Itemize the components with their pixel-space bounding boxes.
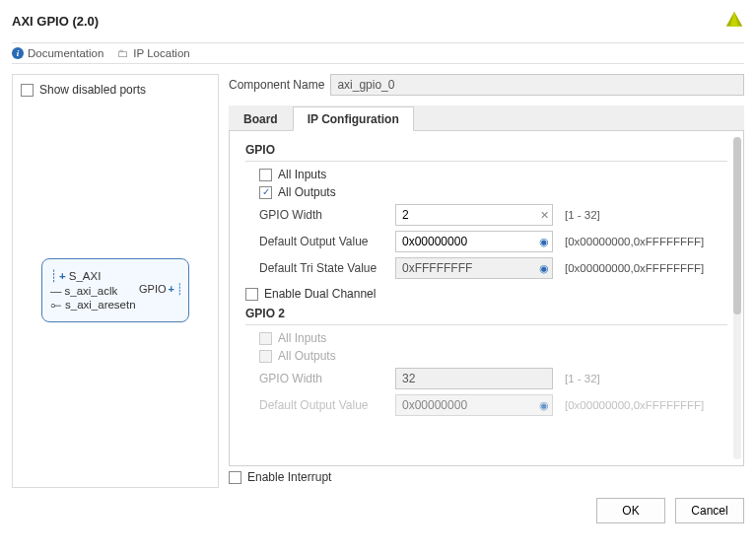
gpio1-width-label: GPIO Width (259, 208, 387, 222)
checkbox-disabled-icon (259, 350, 272, 363)
gpio1-dout-input[interactable] (395, 231, 553, 252)
enable-dual-channel-label: Enable Dual Channel (264, 287, 376, 301)
gpio2-all-outputs-checkbox: All Outputs (259, 349, 727, 363)
preview-pane: Show disabled ports ┊+S_AXI —s_axi_aclk … (12, 74, 219, 488)
divider (245, 161, 727, 162)
bus-icon: ┊ (50, 269, 56, 283)
gpio2-all-outputs-label: All Outputs (278, 349, 336, 363)
vertical-scrollbar[interactable] (733, 137, 741, 459)
checkbox-icon (245, 288, 258, 301)
gpio1-all-outputs-label: All Outputs (278, 185, 336, 199)
gpio1-all-inputs-label: All Inputs (278, 168, 326, 181)
ip-location-link[interactable]: 🗀 IP Location (117, 47, 189, 59)
gpio1-dout-hint: [0x00000000,0xFFFFFFFF] (565, 236, 704, 247)
gpio2-width-input (395, 368, 553, 389)
documentation-link[interactable]: i Documentation (12, 47, 103, 59)
bus-icon: ┊ (176, 283, 182, 296)
vendor-logo-icon (724, 10, 744, 33)
gpio2-all-inputs-label: All Inputs (278, 331, 326, 345)
gpio2-width-hint: [1 - 32] (565, 373, 600, 384)
toolbar: i Documentation 🗀 IP Location (12, 42, 744, 64)
tab-board[interactable]: Board (229, 106, 293, 131)
cancel-button[interactable]: Cancel (675, 498, 744, 523)
scrollbar-thumb[interactable] (733, 137, 741, 314)
component-name-label: Component Name (229, 78, 324, 92)
gpio2-dout-hint: [0x00000000,0xFFFFFFFF] (565, 399, 704, 411)
tabs: Board IP Configuration (229, 105, 744, 131)
component-name-input[interactable] (330, 74, 744, 96)
gpio2-group-title: GPIO 2 (245, 307, 727, 320)
show-disabled-ports-checkbox[interactable]: Show disabled ports (21, 83, 210, 97)
gpio2-width-label: GPIO Width (259, 372, 387, 385)
pin-reset-icon: ⟜ (50, 299, 62, 312)
port-s-axi: S_AXI (69, 270, 102, 282)
port-s-axi-aclk: s_axi_aclk (65, 285, 118, 297)
enable-interrupt-checkbox[interactable]: Enable Interrupt (229, 470, 331, 484)
gpio1-tri-label: Default Tri State Value (259, 261, 387, 275)
expand-icon: + (59, 270, 66, 282)
enable-dual-channel-checkbox[interactable]: Enable Dual Channel (245, 287, 727, 301)
gpio2-all-inputs-checkbox: All Inputs (259, 331, 727, 345)
ip-block-diagram: ┊+S_AXI —s_axi_aclk ⟜s_axi_aresetn GPIO+… (41, 258, 189, 322)
expand-icon: + (169, 283, 174, 295)
ok-button[interactable]: OK (596, 498, 665, 523)
tab-ip-configuration[interactable]: IP Configuration (293, 106, 414, 131)
gpio1-width-hint: [1 - 32] (565, 209, 600, 221)
gpio2-dout-input (395, 394, 553, 416)
gpio1-dout-label: Default Output Value (259, 235, 387, 248)
gpio1-all-outputs-checkbox[interactable]: All Outputs (259, 185, 727, 199)
documentation-label: Documentation (28, 47, 103, 59)
divider (245, 324, 727, 325)
show-disabled-ports-label: Show disabled ports (39, 83, 146, 97)
dialog-title: AXI GPIO (2.0) (12, 14, 99, 29)
gpio1-tri-hint: [0x00000000,0xFFFFFFFF] (565, 262, 704, 274)
gpio1-group-title: GPIO (245, 143, 727, 157)
checkbox-icon (229, 471, 241, 484)
checkbox-checked-icon (259, 186, 272, 199)
checkbox-icon (21, 84, 34, 97)
config-panel: GPIO All Inputs All Outputs GPIO Width ✕ (229, 131, 744, 466)
ip-location-label: IP Location (133, 47, 189, 59)
checkbox-disabled-icon (259, 332, 272, 345)
enable-interrupt-label: Enable Interrupt (247, 470, 331, 484)
folder-icon: 🗀 (117, 47, 129, 59)
gpio1-tri-input[interactable] (395, 257, 553, 279)
gpio1-all-inputs-checkbox[interactable]: All Inputs (259, 168, 727, 181)
port-s-axi-aresetn: s_axi_aresetn (65, 299, 136, 311)
pin-icon: — (50, 285, 62, 297)
gpio2-dout-label: Default Output Value (259, 398, 387, 412)
gpio1-width-input[interactable] (395, 204, 553, 226)
info-icon: i (12, 47, 24, 59)
checkbox-icon (259, 169, 272, 181)
port-gpio: GPIO (139, 283, 167, 295)
